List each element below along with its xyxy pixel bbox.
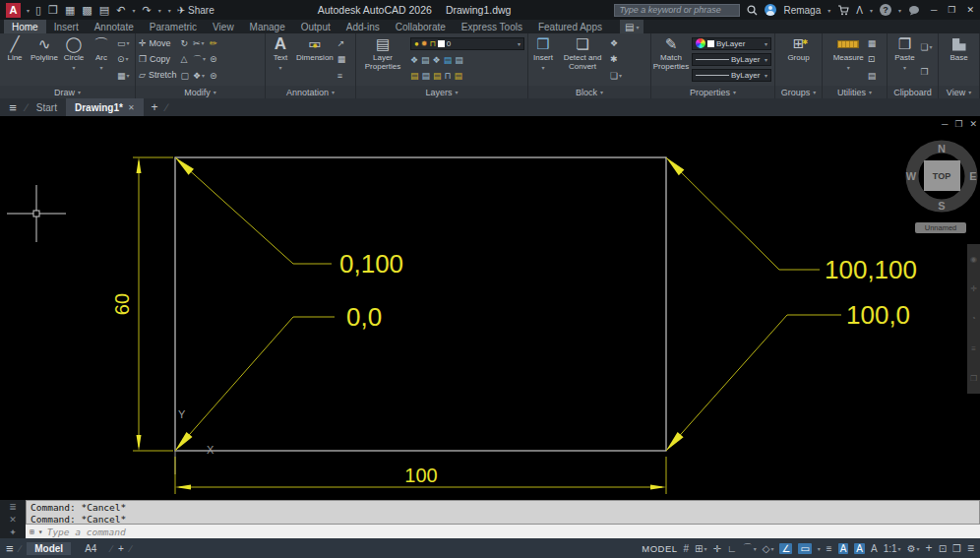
rotate-tool[interactable]: ↻ xyxy=(180,38,189,48)
add-cleanscreen-icon[interactable]: + xyxy=(926,541,933,555)
dimension-width-text[interactable]: 100 xyxy=(404,465,437,486)
redo-icon[interactable]: ↷ xyxy=(142,4,151,17)
offset-tool[interactable]: ⊜ xyxy=(210,54,217,64)
panel-label-view[interactable]: View▾ xyxy=(939,86,979,98)
navigation-bar[interactable]: ◉ ✛ ◔ ≡ ❒ xyxy=(967,244,980,394)
lineweight-dropdown[interactable]: ByLayer ▾ xyxy=(692,53,771,66)
panel-label-groups[interactable]: Groups▾ xyxy=(775,86,822,98)
grid-toggle-icon[interactable]: # xyxy=(684,543,690,554)
block-edit-tool[interactable]: ❖ xyxy=(610,38,622,48)
viewcube-east[interactable]: E xyxy=(969,170,976,182)
panel-label-modify[interactable]: Modify▾ xyxy=(136,86,265,98)
save-icon[interactable]: ▦ xyxy=(65,4,75,17)
command-history[interactable]: Command: *Cancel* Command: *Cancel* xyxy=(26,500,980,525)
move-tool[interactable]: ✛Move xyxy=(139,36,176,50)
trim-tool[interactable]: ✂▾ xyxy=(193,38,206,48)
leader-tool[interactable]: ↗ xyxy=(337,38,346,48)
command-input[interactable]: ⊞ ▾ Type a command xyxy=(26,525,980,538)
tab-output[interactable]: Output xyxy=(293,20,338,33)
undo-icon[interactable]: ↶ xyxy=(116,4,125,17)
detect-convert-tool[interactable]: ❏ Detect and Convert xyxy=(559,35,606,84)
base-tool[interactable]: Base xyxy=(948,35,971,84)
nav-orbit-icon[interactable]: ≡ xyxy=(971,344,976,353)
viewport-minimize-icon[interactable]: ─ xyxy=(942,119,948,129)
dynamic-input-toggle[interactable]: ▭ xyxy=(798,543,811,554)
insert-caret-icon[interactable]: ▾ xyxy=(541,64,544,71)
nav-zoom-icon[interactable]: ◔ xyxy=(971,314,976,323)
panel-label-clipboard[interactable]: Clipboard xyxy=(888,86,938,98)
tab-parametric[interactable]: Parametric xyxy=(142,20,205,33)
annotation-scale-icon[interactable]: A xyxy=(871,543,878,554)
panel-label-layers[interactable]: Layers▾ xyxy=(356,86,527,98)
viewport-close-icon[interactable]: ✕ xyxy=(969,119,977,129)
arc-caret-icon[interactable]: ▾ xyxy=(100,64,103,71)
line-tool[interactable]: ╱ Line xyxy=(3,35,27,84)
qat-customize-caret-icon[interactable]: ▾ xyxy=(168,7,171,14)
list-tool[interactable]: ▤ xyxy=(868,71,877,81)
layer-dropdown[interactable]: ● ✹ ⊓ 0 ▾ xyxy=(410,37,524,50)
model-space-label[interactable]: MODEL xyxy=(642,543,677,554)
tab-manage[interactable]: Manage xyxy=(242,20,293,33)
color-dropdown[interactable]: ByLayer ▾ xyxy=(692,37,771,50)
polyline-tool[interactable]: ∿ Polyline xyxy=(31,35,58,84)
osnap-caret-icon[interactable]: ▾ xyxy=(818,545,821,552)
undo-caret-icon[interactable]: ▾ xyxy=(132,7,135,14)
annotation-autoscale-icon[interactable]: A xyxy=(854,543,865,554)
arc-tool[interactable]: ⌒ Arc ▾ xyxy=(90,35,113,84)
new-layout-button[interactable]: + xyxy=(118,543,124,554)
viewcube-west[interactable]: W xyxy=(906,170,917,182)
help-icon[interactable]: ? xyxy=(880,4,891,16)
tab-express-tools[interactable]: Express Tools xyxy=(454,20,530,33)
dimension-height-text[interactable]: 60 xyxy=(111,293,133,315)
snap-toggle[interactable]: ⊞▾ xyxy=(695,543,706,554)
assistant-chat-icon[interactable] xyxy=(908,5,920,16)
copy-tool[interactable]: ❐Copy xyxy=(139,52,176,66)
tab-layout-a4[interactable]: A4 xyxy=(77,542,104,555)
dimension-height[interactable] xyxy=(133,157,173,451)
statusbar-menu-icon[interactable]: ≡ xyxy=(6,541,14,556)
panel-label-block[interactable]: Block▾ xyxy=(528,86,650,98)
layer-properties-tool[interactable]: ▤ Layer Properties xyxy=(359,35,406,84)
file-tabs-menu-icon[interactable]: ≡ xyxy=(0,98,26,116)
access-caret-icon[interactable]: ▾ xyxy=(870,7,873,14)
tab-insert[interactable]: Insert xyxy=(46,20,87,33)
insert-tool[interactable]: ❒ Insert ▾ xyxy=(531,35,555,84)
idpoint-tool[interactable]: ⊡ xyxy=(868,54,877,64)
user-caret-icon[interactable]: ▾ xyxy=(827,7,830,14)
share-button[interactable]: ✈ Share xyxy=(177,5,214,16)
paste-tool[interactable]: ❐ Paste ▾ xyxy=(892,35,916,84)
mtext-tool[interactable]: ≡ xyxy=(337,71,346,81)
drawn-rectangle[interactable] xyxy=(175,157,666,451)
polar-toggle[interactable]: ⌒▾ xyxy=(743,541,757,555)
match-properties-tool[interactable]: ✎ Match Properties xyxy=(654,35,688,84)
copy-clip-tool[interactable]: ❐ xyxy=(920,67,932,77)
panel-label-properties[interactable]: Properties▾ xyxy=(651,86,774,98)
nav-wheel-icon[interactable]: ◉ xyxy=(970,255,977,264)
tab-home[interactable]: Home xyxy=(4,20,46,33)
app-menu-caret-icon[interactable]: ▾ xyxy=(27,7,30,14)
measure-tool[interactable]: Measure ▾ xyxy=(833,35,864,84)
redo-caret-icon[interactable]: ▾ xyxy=(158,7,161,14)
block-define-tool[interactable]: ❏▾ xyxy=(610,71,622,81)
viewcube-view-name[interactable]: Unnamed xyxy=(925,223,957,232)
workspace-gear-control[interactable]: ⚙▾ xyxy=(907,543,920,554)
linetype-dropdown[interactable]: ByLayer ▾ xyxy=(692,69,771,82)
restore-button[interactable]: ❐ xyxy=(948,5,955,15)
recent-commands-caret-icon[interactable]: ▾ xyxy=(38,527,43,536)
rectangle-tool[interactable]: ▭▾ xyxy=(117,38,130,48)
panel-label-draw[interactable]: Draw▾ xyxy=(0,86,135,98)
paste-caret-icon[interactable]: ▾ xyxy=(903,64,906,71)
fillet-tool[interactable]: ⌒▾ xyxy=(193,54,206,64)
panel-label-utilities[interactable]: Utilities▾ xyxy=(823,86,887,98)
autodesk-access-icon[interactable]: Λ xyxy=(856,5,863,16)
cart-icon[interactable] xyxy=(837,5,849,16)
mirror-tool[interactable]: △ xyxy=(180,54,189,64)
viewcube-south[interactable]: S xyxy=(938,200,945,212)
layer-tools-row-1[interactable]: ❖▤❖▤▤ xyxy=(410,54,524,66)
panel-label-annotation[interactable]: Annotation▾ xyxy=(266,86,355,98)
block-attr-tool[interactable]: ✱ xyxy=(610,54,622,64)
erase-tool[interactable]: ✏ xyxy=(210,38,217,48)
tab-annotate[interactable]: Annotate xyxy=(87,20,142,33)
tab-view[interactable]: View xyxy=(205,20,242,33)
drawing-viewport[interactable]: ─ ❐ ✕ ◉ ✛ ◔ ≡ ❒ Y X xyxy=(0,116,980,500)
